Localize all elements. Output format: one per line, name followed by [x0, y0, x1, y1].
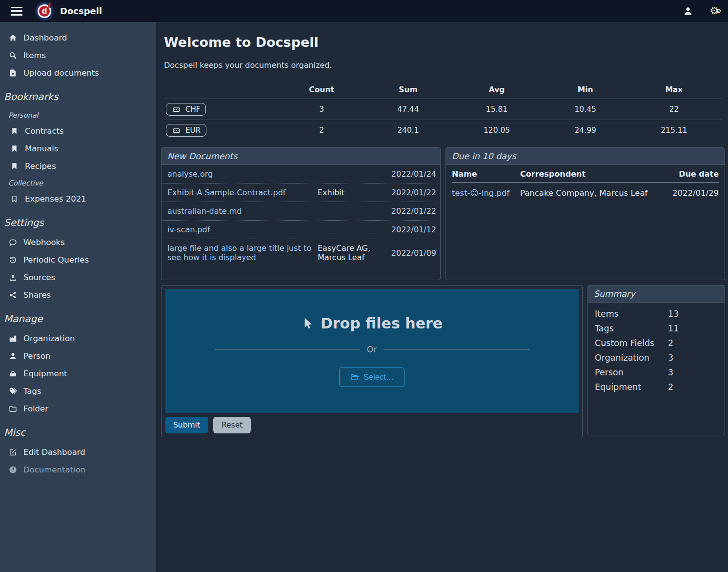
home-icon [9, 34, 17, 42]
question-icon: ? [9, 466, 17, 474]
sidebar-item-shares[interactable]: Shares [0, 286, 156, 304]
document-link[interactable]: analyse.org [167, 169, 314, 179]
file-dropzone[interactable]: Drop files here Or Select… [165, 289, 579, 413]
settings-header: Settings [0, 208, 156, 233]
upload-icon [9, 273, 17, 282]
document-row: australian-date.md 2022/01/22 [162, 202, 440, 221]
reset-button[interactable]: Reset [213, 417, 251, 433]
menu-icon[interactable] [11, 7, 22, 16]
bookmark-icon [10, 127, 19, 135]
currency-badge: CHF [166, 103, 206, 116]
person-icon [9, 352, 17, 360]
sidebar-item-expenses-2021[interactable]: Expenses 2021 [0, 190, 156, 207]
search-icon [9, 51, 17, 60]
collective-header: Collective [0, 175, 156, 190]
or-divider: Or [215, 345, 529, 354]
document-row: large file and also a large title just t… [162, 239, 440, 266]
edit-icon [9, 448, 17, 456]
sidebar-item-tags[interactable]: Tags [0, 383, 156, 400]
page-title: Welcome to Docspell [164, 35, 725, 50]
share-icon [9, 291, 17, 299]
due-row: test-☺-ing.pdf Pancake Company, Marcus L… [452, 183, 719, 204]
sidebar-item-manuals[interactable]: Manuals [0, 140, 156, 157]
summary-row: Custom Fields2 [588, 336, 725, 350]
submit-button[interactable]: Submit [165, 417, 208, 433]
due-panel: Due in 10 days Name Correspondent Due da… [445, 147, 725, 280]
money-bill-icon [172, 127, 181, 134]
main-content: Welcome to Docspell Docspell keeps your … [156, 22, 728, 572]
bookmarks-header: Bookmarks [0, 82, 156, 107]
summary-row: Organization3 [588, 350, 725, 365]
file-upload-icon [9, 69, 17, 77]
sidebar-item-folder[interactable]: Folder [0, 400, 156, 417]
summary-row: Tags11 [588, 321, 725, 336]
summary-row: Items13 [588, 306, 725, 321]
folder-open-icon [350, 373, 359, 381]
folder-icon [9, 405, 17, 413]
document-link[interactable]: large file and also a large title just t… [167, 244, 314, 262]
sidebar-item-recipes[interactable]: Recipes [0, 158, 156, 175]
summary-panel: Summary Items13 Tags11 Custom Fields2 Or… [587, 285, 725, 435]
summary-row: Equipment2 [588, 380, 725, 394]
gear-icon[interactable]: ⚙⚙ [709, 6, 718, 16]
tags-icon [9, 387, 17, 395]
page-subtitle: Docspell keeps your documents organized. [164, 61, 725, 70]
manage-header: Manage [0, 304, 156, 329]
summary-header: Summary [588, 286, 725, 303]
document-link[interactable]: australian-date.md [167, 206, 314, 216]
stats-row-eur: EUR 2 240.1 120.05 24.99 215.11 [164, 120, 722, 141]
sidebar-item-documentation[interactable]: ? Documentation [0, 461, 156, 478]
sidebar: Dashboard Items Upload documents Bookmar… [0, 22, 156, 572]
new-documents-header: New Documents [162, 148, 440, 165]
sidebar-item-dashboard[interactable]: Dashboard [0, 29, 156, 46]
stats-table: Count Sum Avg Min Max CHF 3 47.44 15.81 … [164, 82, 722, 141]
select-files-button[interactable]: Select… [339, 367, 404, 387]
bookmark-icon [10, 162, 19, 170]
sidebar-item-contracts[interactable]: Contracts [0, 123, 156, 140]
svg-text:?: ? [12, 467, 15, 472]
topbar: d Docspell ⚙⚙ [0, 0, 728, 22]
sidebar-item-person[interactable]: Person [0, 347, 156, 365]
mouse-pointer-icon [301, 317, 314, 330]
currency-badge: EUR [166, 124, 206, 137]
sidebar-item-items[interactable]: Items [0, 47, 156, 64]
document-row: iv-scan.pdf 2022/01/12 [162, 221, 440, 239]
document-row: analyse.org 2022/01/24 [162, 165, 440, 184]
sidebar-item-periodic-queries[interactable]: Periodic Queries [0, 251, 156, 268]
due-header: Due in 10 days [446, 148, 725, 165]
docspell-logo[interactable]: d [35, 2, 54, 20]
app-title: Docspell [60, 6, 102, 16]
document-link[interactable]: test-☺-ing.pdf [452, 188, 520, 198]
sidebar-item-organization[interactable]: Organization [0, 330, 156, 347]
history-icon [9, 256, 17, 264]
stats-row-chf: CHF 3 47.44 15.81 10.45 22 [164, 99, 722, 120]
new-documents-panel: New Documents analyse.org 2022/01/24 Exh… [161, 147, 441, 280]
stats-header-row: Count Sum Avg Min Max [164, 82, 722, 99]
new-documents-list: analyse.org 2022/01/24 Exhibit-A-Sample-… [162, 165, 440, 266]
document-row: Exhibit-A-Sample-Contract.pdf Exhibit 20… [162, 184, 440, 202]
comment-icon [9, 238, 17, 246]
drop-files-label: Drop files here [301, 315, 443, 332]
bookmark-icon [10, 144, 19, 153]
toolbox-icon [9, 369, 17, 378]
summary-row: Person3 [588, 365, 725, 380]
industry-icon [9, 334, 17, 343]
sidebar-item-edit-dashboard[interactable]: Edit Dashboard [0, 444, 156, 461]
sidebar-item-upload-documents[interactable]: Upload documents [0, 64, 156, 82]
upload-panel: Drop files here Or Select… Submit Reset [161, 285, 583, 437]
document-link[interactable]: iv-scan.pdf [167, 225, 314, 234]
personal-header: Personal [0, 107, 156, 122]
bookmark-outline-icon [10, 195, 19, 203]
due-table-header: Name Correspondent Due date [452, 165, 719, 183]
sidebar-item-webhooks[interactable]: Webhooks [0, 234, 156, 251]
misc-header: Misc [0, 418, 156, 443]
money-bill-icon [172, 106, 181, 113]
sidebar-item-equipment[interactable]: Equipment [0, 365, 156, 382]
document-link[interactable]: Exhibit-A-Sample-Contract.pdf [167, 188, 314, 197]
sidebar-item-sources[interactable]: Sources [0, 269, 156, 286]
user-icon[interactable] [683, 6, 693, 16]
